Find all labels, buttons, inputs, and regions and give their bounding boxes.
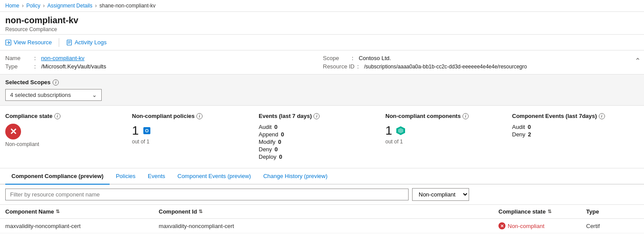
non-compliant-policies-out-of: out of 1 xyxy=(132,139,250,145)
table-header: Component Name ⇅ Component Id ⇅ Complian… xyxy=(0,205,644,219)
scopes-info-icon[interactable]: i xyxy=(53,79,59,86)
col-component-id: Component Id ⇅ xyxy=(159,208,498,215)
component-events-list: Audit 0 Deny 2 xyxy=(512,124,630,138)
non-compliant-policies-info-icon[interactable]: i xyxy=(196,113,203,119)
filter-bar: Non-compliant xyxy=(0,185,644,205)
chevron-down-icon: ⌄ xyxy=(92,92,97,98)
tab-events[interactable]: Events xyxy=(142,168,171,185)
scopes-section: Selected Scopes i 4 selected subscriptio… xyxy=(0,75,644,106)
collapse-button[interactable]: ⌃ xyxy=(633,55,642,67)
toolbar-divider xyxy=(59,38,59,47)
compliance-error-icon: ✕ xyxy=(498,222,505,229)
view-resource-icon xyxy=(5,39,11,46)
sort-component-name-icon[interactable]: ⇅ xyxy=(56,209,60,214)
events-info-icon[interactable]: i xyxy=(313,113,320,119)
view-resource-button[interactable]: View Resource xyxy=(5,37,52,47)
non-compliant-components-info-icon[interactable]: i xyxy=(463,113,469,119)
cell-compliance-state: ✕ Non-compliant xyxy=(498,222,586,229)
comp-event-deny: Deny 2 xyxy=(512,131,630,138)
breadcrumb-assignment-details[interactable]: Assignment Details xyxy=(47,3,93,9)
event-append: Append 0 xyxy=(259,131,377,138)
name-label: Name xyxy=(5,55,32,61)
tabs-bar: Component Compliance (preview) Policies … xyxy=(0,168,644,185)
activity-logs-icon xyxy=(66,39,72,46)
events-block: Events (last 7 days) i Audit 0 Append 0 … xyxy=(259,113,385,161)
activity-logs-label: Activity Logs xyxy=(75,39,107,46)
breadcrumb: Home › Policy › Assignment Details › sha… xyxy=(0,0,644,12)
svg-point-7 xyxy=(146,130,148,132)
meta-section: Name : non-compliant-kv Type : /Microsof… xyxy=(0,50,644,75)
type-value: /Microsoft.KeyVault/vaults xyxy=(41,63,107,70)
compliance-state-title: Compliance state i xyxy=(5,113,123,119)
event-modify: Modify 0 xyxy=(259,139,377,145)
compliance-state-block: Compliance state i ✕ Non-compliant xyxy=(5,113,132,161)
non-compliant-policies-block: Non-compliant policies i 1 out of 1 xyxy=(132,113,259,161)
cell-type: Certif xyxy=(586,223,639,229)
component-events-info-icon[interactable]: i xyxy=(599,113,605,119)
non-compliant-policies-count: 1 xyxy=(132,124,139,138)
filter-input[interactable] xyxy=(5,189,409,200)
non-compliant-components-block: Non-compliant components i 1 out of 1 xyxy=(385,113,512,161)
type-label: Type xyxy=(5,63,32,70)
page-subtitle: Resource Compliance xyxy=(5,26,639,32)
scope-dropdown-value: 4 selected subscriptions xyxy=(10,92,71,98)
col-component-name: Component Name ⇅ xyxy=(5,208,159,215)
policy-icon xyxy=(142,126,151,135)
component-events-title: Component Events (last 7days) i xyxy=(512,113,630,119)
breadcrumb-home[interactable]: Home xyxy=(5,3,19,9)
page-header: non-compliant-kv Resource Compliance xyxy=(0,12,644,35)
compliance-state-info-icon[interactable]: i xyxy=(54,113,60,119)
name-value[interactable]: non-compliant-kv xyxy=(41,55,85,61)
non-compliant-label: Non-compliant xyxy=(5,141,123,147)
table-row: maxvalidity-noncompliant-cert maxvalidit… xyxy=(0,219,644,233)
tab-policies[interactable]: Policies xyxy=(110,168,142,185)
col-type: Type xyxy=(586,208,639,215)
toolbar: View Resource Activity Logs xyxy=(0,35,644,50)
scopes-label: Selected Scopes i xyxy=(5,79,639,86)
resource-id-label: Resource ID xyxy=(323,63,355,70)
event-deploy: Deploy 0 xyxy=(259,153,377,160)
events-title: Events (last 7 days) i xyxy=(259,113,377,119)
scope-label: Scope xyxy=(323,55,349,61)
tab-component-events[interactable]: Component Events (preview) xyxy=(171,168,257,185)
scope-value: Contoso Ltd. xyxy=(359,55,391,61)
breadcrumb-policy[interactable]: Policy xyxy=(26,3,40,9)
non-compliant-components-count: 1 xyxy=(385,124,392,138)
event-deny: Deny 0 xyxy=(259,146,377,153)
comp-event-audit: Audit 0 xyxy=(512,124,630,130)
event-audit: Audit 0 xyxy=(259,124,377,130)
sort-component-id-icon[interactable]: ⇅ xyxy=(199,209,203,214)
activity-logs-button[interactable]: Activity Logs xyxy=(66,37,107,47)
non-compliant-components-title: Non-compliant components i xyxy=(385,113,503,119)
resource-id-value: /subscriptions/aaaa0a0a-bb1b-cc2c-dd3d-e… xyxy=(364,64,527,70)
stats-section: Compliance state i ✕ Non-compliant Non-c… xyxy=(0,106,644,168)
col-compliance-state: Compliance state ⇅ xyxy=(498,208,586,215)
breadcrumb-current: shane-non-compliant-kv xyxy=(100,3,156,9)
non-compliant-components-out-of: out of 1 xyxy=(385,139,503,145)
cell-component-id: maxvalidity-noncompliant-cert xyxy=(159,223,498,229)
cell-component-name: maxvalidity-noncompliant-cert xyxy=(5,223,159,229)
sort-compliance-state-icon[interactable]: ⇅ xyxy=(548,209,551,214)
events-list: Audit 0 Append 0 Modify 0 Deny 0 Deploy … xyxy=(259,124,377,160)
non-compliant-policies-title: Non-compliant policies i xyxy=(132,113,250,119)
scope-dropdown[interactable]: 4 selected subscriptions ⌄ xyxy=(5,89,102,101)
page-title: non-compliant-kv xyxy=(5,15,639,25)
view-resource-label: View Resource xyxy=(14,39,52,46)
compliance-filter-dropdown[interactable]: Non-compliant xyxy=(412,188,469,201)
tab-component-compliance[interactable]: Component Compliance (preview) xyxy=(5,168,110,185)
tab-change-history[interactable]: Change History (preview) xyxy=(257,168,334,185)
component-icon xyxy=(396,126,406,136)
component-events-block: Component Events (last 7days) i Audit 0 … xyxy=(512,113,639,161)
non-compliant-icon: ✕ xyxy=(5,124,21,139)
